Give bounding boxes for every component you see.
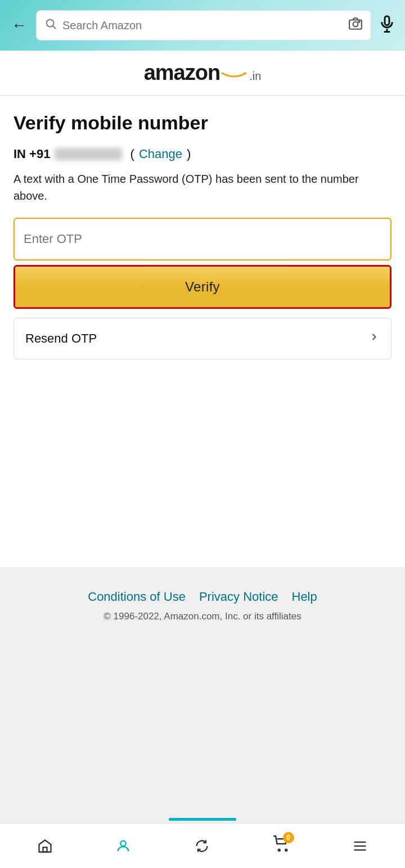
microphone-icon[interactable] — [378, 15, 396, 37]
nav-home[interactable] — [28, 834, 62, 858]
svg-point-4 — [358, 21, 359, 23]
search-icon — [44, 17, 57, 33]
otp-description: A text with a One Time Password (OTP) ha… — [14, 170, 392, 204]
search-input[interactable] — [62, 19, 343, 32]
paren-close: ) — [187, 147, 191, 161]
bottom-indicator — [0, 815, 405, 823]
resend-otp-wrapper[interactable]: Resend OTP — [14, 318, 392, 359]
browser-bar: ← — [0, 0, 405, 51]
nav-menu[interactable] — [343, 834, 377, 858]
privacy-notice-link[interactable]: Privacy Notice — [199, 590, 278, 604]
page-title: Verify mobile number — [14, 111, 392, 134]
help-link[interactable]: Help — [292, 590, 317, 604]
phone-prefix: IN +91 — [14, 147, 50, 161]
svg-point-11 — [278, 849, 280, 851]
verify-button[interactable]: Verify — [15, 267, 390, 307]
back-button[interactable]: ← — [9, 14, 29, 37]
logo-tld: .in — [249, 70, 261, 83]
copyright-text: © 1996-2022, Amazon.com, Inc. or its aff… — [104, 611, 301, 622]
search-bar[interactable] — [36, 10, 371, 41]
bottom-nav-bar: 0 — [0, 823, 405, 868]
camera-icon[interactable] — [348, 16, 363, 34]
svg-line-1 — [53, 26, 56, 29]
phone-number-blurred — [55, 148, 122, 160]
footer-links: Conditions of Use Privacy Notice Help — [88, 590, 317, 604]
refresh-icon — [194, 838, 210, 854]
logo-text: amazon — [144, 61, 220, 85]
otp-input-wrapper[interactable] — [14, 218, 392, 260]
home-icon — [37, 838, 53, 854]
svg-rect-5 — [385, 16, 389, 25]
nav-profile[interactable] — [106, 834, 140, 858]
amazon-header: amazon .in — [0, 51, 405, 96]
cart-icon-wrapper: 0 — [273, 835, 290, 856]
chevron-right-icon — [368, 331, 380, 346]
nav-refresh[interactable] — [185, 834, 219, 858]
person-icon — [115, 838, 131, 854]
footer-section: Conditions of Use Privacy Notice Help © … — [0, 567, 405, 633]
indicator-bar — [169, 818, 236, 821]
otp-input[interactable] — [15, 219, 390, 259]
amazon-logo: amazon .in — [144, 61, 262, 85]
svg-point-10 — [121, 840, 126, 845]
resend-otp-button[interactable]: Resend OTP — [14, 318, 391, 359]
cart-count-badge: 0 — [283, 832, 294, 843]
menu-icon — [352, 838, 368, 854]
phone-info-line: IN +91 ( Change ) — [14, 147, 392, 161]
main-content: Verify mobile number IN +91 ( Change ) A… — [0, 96, 405, 567]
page-spacer — [0, 633, 405, 815]
verify-button-wrapper[interactable]: Verify — [14, 265, 392, 309]
paren-open: ( — [127, 147, 134, 161]
svg-rect-9 — [43, 847, 47, 852]
resend-otp-label: Resend OTP — [25, 331, 97, 346]
svg-point-0 — [47, 20, 54, 27]
svg-point-12 — [285, 849, 287, 851]
nav-cart[interactable]: 0 — [264, 831, 299, 861]
conditions-of-use-link[interactable]: Conditions of Use — [88, 590, 186, 604]
change-link[interactable]: Change — [139, 147, 182, 161]
svg-point-3 — [353, 22, 358, 27]
